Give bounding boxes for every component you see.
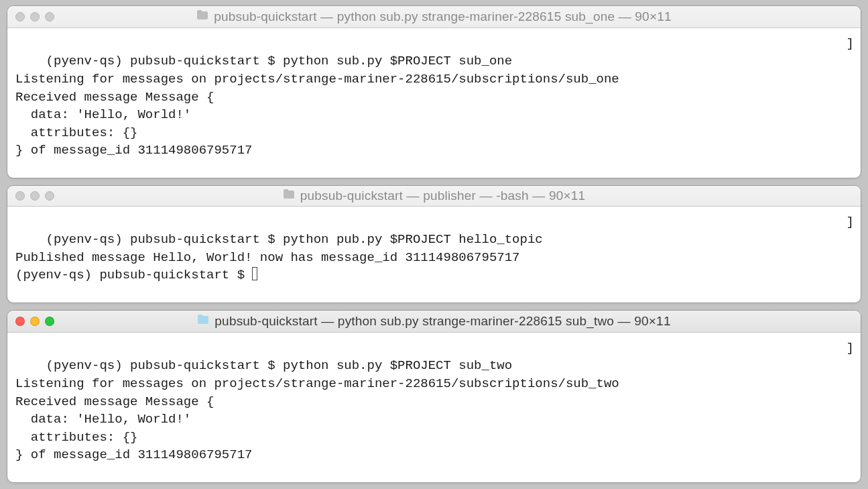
terminal-line: data: 'Hello, World!' <box>15 107 191 122</box>
zoom-button[interactable] <box>45 191 54 201</box>
right-bracket: ] <box>847 339 854 358</box>
terminal-line: } of message_id 311149806795717 <box>15 143 252 158</box>
zoom-button[interactable] <box>45 317 54 326</box>
minimize-button[interactable] <box>30 191 40 201</box>
close-button[interactable] <box>15 317 25 326</box>
terminal-line: Listening for messages on projects/stran… <box>15 376 619 391</box>
terminal-line: Published message Hello, World! now has … <box>15 250 520 265</box>
close-button[interactable] <box>15 191 25 201</box>
terminal-line: Received message Message { <box>15 394 214 409</box>
terminal-line: Received message Message { <box>15 90 214 105</box>
zoom-button[interactable] <box>45 12 54 21</box>
minimize-button[interactable] <box>30 317 40 326</box>
terminal-content[interactable]: ](pyenv-qs) pubsub-quickstart $ python p… <box>7 207 861 303</box>
terminal-window-publisher[interactable]: pubsub-quickstart — publisher — -bash — … <box>7 185 861 303</box>
traffic-lights <box>15 191 54 201</box>
traffic-lights <box>15 317 54 326</box>
terminal-line: attributes: {} <box>15 430 137 445</box>
window-title: pubsub-quickstart — python sub.py strang… <box>214 9 671 24</box>
terminal-window-sub-one[interactable]: pubsub-quickstart — python sub.py strang… <box>7 5 861 178</box>
terminal-line: attributes: {} <box>15 125 137 140</box>
traffic-lights <box>15 12 54 21</box>
terminal-content[interactable]: ](pyenv-qs) pubsub-quickstart $ python s… <box>7 28 861 178</box>
titlebar[interactable]: pubsub-quickstart — python sub.py strang… <box>7 311 861 333</box>
terminal-line: (pyenv-qs) pubsub-quickstart $ python su… <box>46 54 513 68</box>
terminal-line: Listening for messages on projects/stran… <box>15 72 619 87</box>
close-button[interactable] <box>15 12 25 21</box>
terminal-line: (pyenv-qs) pubsub-quickstart $ <box>15 268 252 282</box>
folder-icon <box>196 10 208 23</box>
minimize-button[interactable] <box>30 12 40 21</box>
titlebar[interactable]: pubsub-quickstart — python sub.py strang… <box>7 6 861 28</box>
window-title: pubsub-quickstart — publisher — -bash — … <box>300 188 586 203</box>
terminal-content[interactable]: ](pyenv-qs) pubsub-quickstart $ python s… <box>7 333 861 482</box>
right-bracket: ] <box>847 213 854 231</box>
terminal-line: data: 'Hello, World!' <box>15 412 191 427</box>
terminal-line: (pyenv-qs) pubsub-quickstart $ python su… <box>46 358 513 373</box>
window-title: pubsub-quickstart — python sub.py strang… <box>214 314 670 329</box>
terminal-line: } of message_id 311149806795717 <box>15 447 252 462</box>
terminal-window-sub-two[interactable]: pubsub-quickstart — python sub.py strang… <box>7 310 861 483</box>
titlebar[interactable]: pubsub-quickstart — publisher — -bash — … <box>7 186 861 207</box>
terminal-line: (pyenv-qs) pubsub-quickstart $ python pu… <box>46 232 543 247</box>
folder-icon <box>197 315 209 327</box>
cursor-icon <box>252 267 257 280</box>
right-bracket: ] <box>847 35 854 53</box>
folder-icon <box>283 189 295 202</box>
